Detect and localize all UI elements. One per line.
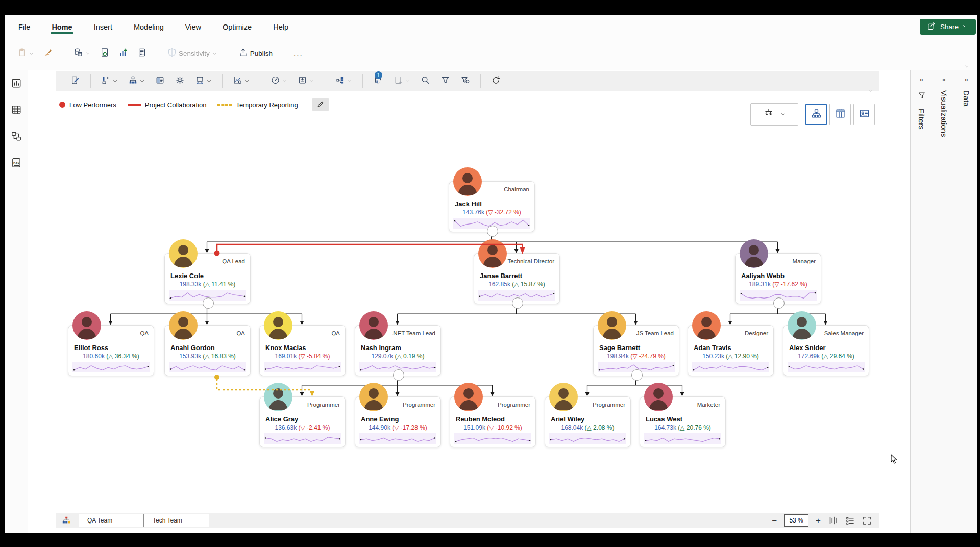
avatar: [478, 239, 507, 268]
filter-funnel-button[interactable]: [440, 76, 450, 87]
org-node-anahi[interactable]: QAAnahi Gordon153.93k (△ 16.83 %): [164, 325, 251, 376]
publish-button[interactable]: Publish: [238, 48, 273, 59]
publish-icon: [238, 48, 248, 59]
collapse-node-button[interactable]: –: [203, 297, 214, 309]
nav-model-view[interactable]: [9, 130, 24, 145]
tab-tech-team[interactable]: Tech Team: [144, 514, 209, 527]
zoom-in-button[interactable]: +: [816, 516, 821, 525]
toolbar-separator: [325, 74, 325, 88]
nav-table-view[interactable]: [9, 103, 24, 118]
kpi-value: 198.33k (△ 11.41 %): [165, 281, 250, 288]
zoom-level[interactable]: 53 %: [784, 514, 808, 527]
dax-view-icon: DAX: [11, 157, 22, 170]
settings-gear-button[interactable]: [175, 76, 185, 87]
nav-dax-view[interactable]: DAX: [9, 156, 24, 171]
card-view-button[interactable]: [853, 104, 875, 125]
more-options-button[interactable]: ...: [293, 49, 303, 58]
fit-to-page-icon[interactable]: [828, 515, 838, 526]
org-node-adan[interactable]: DesignerAdan Travis150.23k (△ 12.90 %): [688, 325, 774, 376]
org-node-janae[interactable]: Technical DirectorJanae Barrett162.85k (…: [474, 253, 560, 304]
visualizations-panel-label[interactable]: Visualizations: [940, 90, 948, 137]
org-node-lexie[interactable]: QA LeadLexie Cole198.33k (△ 11.41 %)–: [164, 253, 251, 304]
plus-minus-button[interactable]: [298, 76, 314, 87]
refresh-visual-button[interactable]: [491, 76, 501, 87]
hierarchy-button[interactable]: [128, 76, 145, 87]
org-chart-view-button[interactable]: [805, 104, 827, 125]
search-button[interactable]: [421, 76, 430, 87]
card-panel-button[interactable]: [155, 76, 165, 87]
database-button[interactable]: 1: [373, 76, 383, 87]
org-node-jack[interactable]: ChairmanJack Hill143.76k (▽ -32.72 %)–: [449, 181, 535, 232]
share-button[interactable]: Share: [920, 19, 976, 35]
kpi-value: 153.93k (△ 16.83 %): [165, 353, 250, 360]
sensitivity-button[interactable]: Sensitivity: [167, 48, 217, 59]
menu-item-home[interactable]: Home: [51, 18, 73, 34]
paste-button[interactable]: [17, 48, 34, 59]
avatar: [644, 383, 673, 411]
menu-item-modeling[interactable]: Modeling: [133, 18, 165, 34]
collapse-node-button[interactable]: –: [773, 297, 785, 309]
nav-report-view[interactable]: [9, 77, 24, 92]
resize-width-button[interactable]: [195, 76, 212, 87]
collapse-node-button[interactable]: –: [512, 297, 523, 309]
layout-swap-button[interactable]: [101, 76, 118, 87]
kpi-value: 168.04k (△ 2.08 %): [545, 424, 630, 431]
expand-filters-chevron[interactable]: «: [911, 76, 933, 83]
org-chart-mini-icon[interactable]: [61, 516, 71, 525]
edit-button[interactable]: [70, 76, 80, 87]
search-icon: [421, 76, 430, 87]
legend-line-marker: [128, 104, 141, 106]
org-node-reuben[interactable]: ProgrammerReuben Mcleod151.09k (▽ -10.92…: [450, 396, 536, 447]
menu-item-view[interactable]: View: [184, 18, 202, 34]
filter-icon: [918, 91, 926, 102]
org-node-ariel[interactable]: ProgrammerAriel Wiley168.04k (△ 2.08 %): [545, 396, 631, 447]
expand-data-chevron[interactable]: «: [955, 76, 977, 83]
menu-item-insert[interactable]: Insert: [93, 18, 113, 34]
new-visual-button[interactable]: [118, 48, 128, 59]
org-node-sage[interactable]: JS Team LeadSage Barnett198.94k (▽ -24.7…: [593, 325, 679, 376]
table-view-button[interactable]: [829, 104, 851, 125]
person-name: Janae Barrett: [480, 272, 522, 280]
org-node-elliot[interactable]: QAElliot Ross180.60k (△ 36.34 %): [68, 325, 154, 376]
collapse-toolbar-chevron[interactable]: [868, 87, 873, 96]
visual-footer-bar: QA TeamTech Team − 53 % +: [56, 513, 879, 528]
menu-item-optimize[interactable]: Optimize: [222, 18, 253, 34]
data-panel-label[interactable]: Data: [962, 90, 971, 107]
menu-item-file[interactable]: File: [17, 18, 31, 34]
format-painter-button[interactable]: [43, 48, 53, 59]
role-label: .NET Team Lead: [391, 330, 435, 336]
gauge-button[interactable]: [271, 76, 287, 87]
zoom-out-button[interactable]: −: [772, 516, 777, 525]
layout-direction-dropdown[interactable]: [750, 103, 798, 126]
expand-visualizations-chevron[interactable]: «: [933, 76, 955, 83]
avatar: [692, 311, 721, 340]
org-node-aaliyah[interactable]: ManagerAaliyah Webb189.31k (▽ -17.62 %)–: [735, 253, 821, 304]
tab-qa-team[interactable]: QA Team: [79, 514, 144, 527]
fullscreen-icon[interactable]: [862, 516, 872, 526]
node-links-button[interactable]: [335, 76, 352, 87]
org-node-nash[interactable]: .NET Team LeadNash Ingram129.07k (△ 0.19…: [355, 325, 441, 376]
tab-label: Tech Team: [153, 517, 182, 524]
settings-gear-icon: [175, 76, 185, 87]
chart-settings-button[interactable]: [233, 76, 250, 87]
collapse-node-button[interactable]: –: [487, 226, 498, 237]
org-node-alice[interactable]: ProgrammerAlice Gray136.63k (▽ -2.41 %): [259, 396, 346, 447]
legend-edit-button[interactable]: [312, 98, 329, 111]
org-node-lucas[interactable]: MarketerLucas West164.73k (△ 20.76 %): [640, 396, 726, 447]
filters-panel-label[interactable]: Filters: [917, 109, 926, 130]
filter-funnel-icon: [440, 76, 450, 87]
role-label: JS Team Lead: [636, 330, 674, 336]
add-page-button[interactable]: [394, 76, 410, 87]
org-node-anne[interactable]: ProgrammerAnne Ewing144.90k (▽ -17.28 %): [355, 396, 441, 447]
details-list-icon[interactable]: [845, 516, 855, 526]
refresh-button[interactable]: [100, 48, 109, 59]
org-node-alex[interactable]: Sales ManagerAlex Snider172.69k (△ 29.64…: [783, 325, 869, 376]
org-node-knox[interactable]: QAKnox Macias169.01k (▽ -5.04 %): [259, 325, 346, 376]
avatar: [72, 311, 101, 340]
filter-settings-button[interactable]: [460, 76, 470, 87]
get-data-button[interactable]: [74, 48, 91, 59]
collapse-node-button[interactable]: –: [393, 369, 404, 381]
new-measure-button[interactable]: [137, 48, 146, 59]
menu-item-help[interactable]: Help: [272, 18, 289, 34]
collapse-node-button[interactable]: –: [631, 369, 643, 381]
